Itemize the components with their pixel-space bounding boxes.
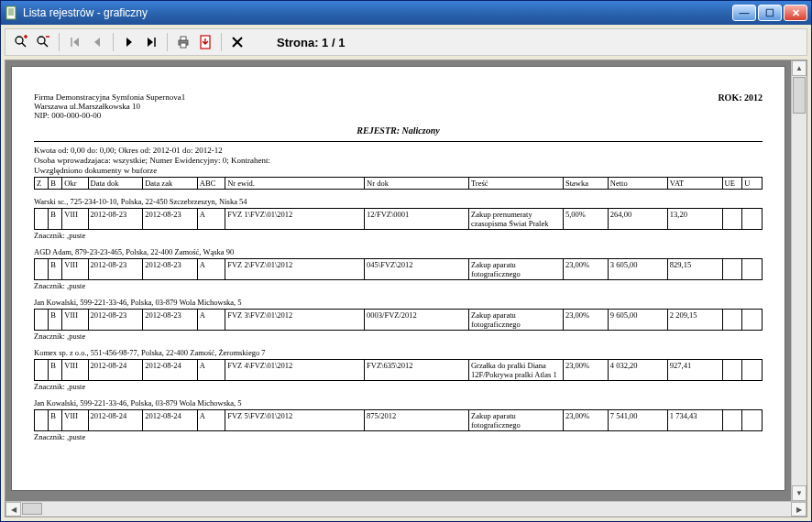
app-icon [5,5,19,20]
report-section: AGD Adam, 879-23-23-465, Polska, 22-400 … [34,247,763,290]
close-button[interactable]: ✕ [784,5,807,21]
cell-netto: 4 032,20 [608,360,667,381]
znacznik-label: Znacznik: ,puste [34,382,763,391]
cell-nr_ewid: FVZ 3\FVZ\01\2012 [225,310,365,331]
next-page-button[interactable] [119,32,139,52]
scroll-right-button[interactable]: ▶ [791,502,807,517]
cell-b: B [49,410,62,431]
cell-abc: A [197,310,225,331]
company-nip: NIP: 000-000-00-00 [34,111,185,120]
scroll-track[interactable] [792,114,807,485]
paper-viewport: Firma Demonstracyjna Symfonia Supernova1… [5,60,807,501]
cell-ue [722,310,742,331]
cell-data_dok: 2012-08-23 [88,209,143,230]
col-data-dok: Data dok [88,178,143,190]
filter-line: Uwzględniono dokumenty w buforze [34,166,763,175]
filter-line: Osoba wprowadzajaca: wszystkie; Numer Ew… [34,156,763,165]
scroll-down-button[interactable]: ▼ [792,485,807,501]
cell-nr_dok: 0003/FVZ/2012 [365,310,469,331]
cell-data_zak: 2012-08-23 [143,209,198,230]
cell-u [742,310,763,331]
app-window: Lista rejestrów - graficzny — ☐ ✕ [0,0,812,522]
scroll-up-button[interactable]: ▲ [792,60,807,76]
toolbar-separator [221,33,222,51]
cell-nr_ewid: FVZ 2\FVZ\01\2012 [225,259,365,280]
window-title: Lista rejestrów - graficzny [23,6,732,19]
cell-stawka: 23,00% [563,410,608,431]
section-table: BVIII2012-08-232012-08-23AFVZ 3\FVZ\01\2… [34,309,763,331]
col-okr: Okr [62,178,88,190]
cell-b: B [49,209,62,230]
toolbar-separator [113,33,114,51]
cell-netto: 3 605,00 [608,259,667,280]
cell-data_dok: 2012-08-23 [88,310,143,331]
cell-netto: 264,00 [608,209,667,230]
report-title: REJESTR: Naliczony [34,125,763,136]
section-table: BVIII2012-08-232012-08-23AFVZ 1\FVZ\01\2… [34,208,763,230]
horizontal-scrollbar[interactable]: ◀ ▶ [5,501,807,517]
cell-nr_dok: FVZ\635\2012 [365,360,469,381]
window-controls: — ☐ ✕ [732,5,807,21]
cell-u [742,410,763,431]
cell-netto: 7 541,00 [608,410,667,431]
znacznik-label: Znacznik: ,puste [34,281,763,290]
titlebar: Lista rejestrów - graficzny — ☐ ✕ [1,1,811,25]
cell-stawka: 5,00% [563,209,608,230]
section-header: Jan Kowalski, 599-221-33-46, Polska, 03-… [34,298,763,307]
cell-data_dok: 2012-08-23 [88,259,143,280]
znacznik-label: Znacznik: ,puste [34,332,763,341]
col-stawka: Stawka [563,178,608,190]
toolbar: Strona: 1 / 1 [5,28,807,56]
cell-u [742,259,763,280]
first-page-button [65,32,85,52]
cell-ue [722,259,742,280]
cell-data_dok: 2012-08-24 [88,360,143,381]
close-preview-button[interactable] [227,32,247,52]
cell-tresc: Zakup aparatu fotograficznego [468,410,563,431]
last-page-button[interactable] [141,32,161,52]
prev-page-button [87,32,107,52]
report-section: Jan Kowalski, 599-221-33-46, Polska, 03-… [34,398,763,441]
col-nr-ewid: Nr ewid. [225,178,365,190]
cell-stawka: 23,00% [563,259,608,280]
znacznik-label: Znacznik: ,puste [34,231,763,240]
company-name: Firma Demonstracyjna Symfonia Supernova1 [34,92,185,102]
cell-vat: 13,20 [667,209,722,230]
report-divider [34,141,763,142]
scroll-track[interactable] [43,502,791,517]
print-button[interactable] [173,32,193,52]
cell-tresc: Zakup prenumeraty czasopisma Świat Prale… [468,209,563,230]
cell-u [742,360,763,381]
scroll-left-button[interactable]: ◀ [5,502,21,517]
zoom-out-button[interactable] [33,32,53,52]
znacznik-label: Znacznik: ,puste [34,432,763,441]
cell-tresc: Zakup aparatu fotograficznego [468,310,563,331]
cell-z [35,360,49,381]
report-page: Firma Demonstracyjna Symfonia Supernova1… [11,66,785,491]
cell-u [742,209,763,230]
toolbar-separator [59,33,60,51]
col-data-zak: Data zak [143,178,198,190]
report-section: Komex sp. z o.o., 551-456-98-77, Polska,… [34,348,763,391]
col-b: B [49,178,62,190]
filter-line: Kwota od: 0,00 do: 0,00; Okres od: 2012-… [34,146,763,155]
maximize-button[interactable]: ☐ [758,5,782,21]
scroll-thumb[interactable] [793,77,806,114]
cell-vat: 927,41 [667,360,722,381]
svg-line-6 [22,43,26,47]
table-row: BVIII2012-08-232012-08-23AFVZ 2\FVZ\01\2… [35,259,763,280]
export-pdf-button[interactable] [195,32,215,52]
vertical-scrollbar[interactable]: ▲ ▼ [791,60,807,501]
cell-vat: 2 209,15 [667,310,722,331]
scroll-thumb[interactable] [22,503,42,515]
col-vat: VAT [667,178,722,190]
section-header: Jan Kowalski, 599-221-33-46, Polska, 03-… [34,398,763,408]
zoom-in-button[interactable] [11,32,31,52]
minimize-button[interactable]: — [732,5,756,21]
col-ue: UE [722,178,742,190]
cell-ue [722,209,742,230]
cell-okr: VIII [62,310,88,331]
cell-data_dok: 2012-08-24 [88,410,143,431]
report-header-table: Z B Okr Data dok Data zak ABC Nr ewid. N… [34,177,763,190]
section-header: Komex sp. z o.o., 551-456-98-77, Polska,… [34,348,763,357]
